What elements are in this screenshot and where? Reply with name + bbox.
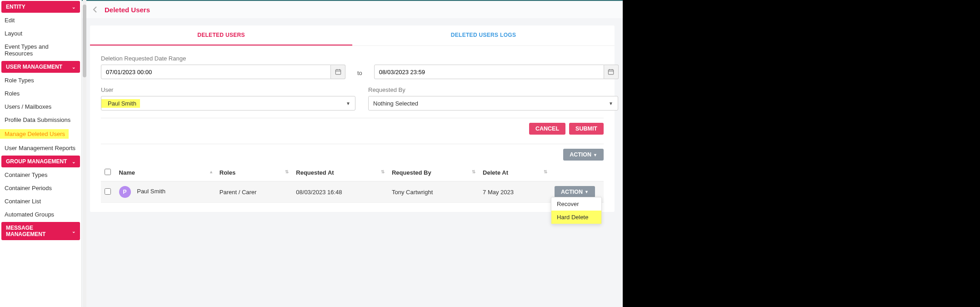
action-label: ACTION: [570, 151, 591, 158]
section-title: GROUP MANAGEMENT: [6, 158, 67, 165]
sidebar-item-event-types[interactable]: Event Types and Resources: [0, 40, 81, 60]
filters: Deletion Requested Date Range to: [90, 46, 615, 111]
col-delete-at[interactable]: Delete At⇅: [479, 164, 551, 181]
deleted-users-table: Name▴ Roles⇅ Requested At⇅ Requested By⇅…: [101, 164, 604, 203]
table-wrapper: Name▴ Roles⇅ Requested At⇅ Requested By⇅…: [90, 164, 615, 212]
section-header-entity[interactable]: ENTITY ⌄: [1, 1, 80, 13]
requested-by-select[interactable]: Nothing Selected ▼: [368, 96, 618, 111]
sidebar-item-container-periods[interactable]: Container Periods: [0, 181, 81, 195]
col-roles[interactable]: Roles⇅: [216, 164, 293, 181]
requested-by-label: Requested By: [368, 86, 618, 93]
scrollbar-thumb[interactable]: [83, 5, 86, 77]
section-header-group-management[interactable]: GROUP MANAGEMENT ⌄: [1, 156, 80, 167]
avatar: P: [119, 186, 131, 198]
sidebar-item-container-types[interactable]: Container Types: [0, 168, 81, 181]
cell-requested-at: 08/03/2023 16:48: [292, 181, 388, 203]
cell-delete-at: 7 May 2023: [479, 181, 551, 203]
sidebar-item-user-mgmt-reports[interactable]: User Management Reports: [0, 141, 81, 155]
col-name[interactable]: Name▴: [115, 164, 216, 181]
chevron-down-icon: ⌄: [72, 65, 75, 70]
date-range-label: Deletion Requested Date Range: [101, 55, 345, 62]
page-title: Deleted Users: [105, 6, 150, 14]
sort-icon: ⇅: [544, 169, 547, 174]
chevron-left-icon: [93, 6, 97, 13]
table-row: P Paul Smith Parent / Carer 08/03/2023 1…: [101, 181, 604, 203]
sidebar: ENTITY ⌄ Edit Layout Event Types and Res…: [0, 0, 82, 307]
back-button[interactable]: [91, 5, 99, 14]
date-from-calendar-button[interactable]: [331, 65, 345, 79]
date-from-input[interactable]: [101, 65, 331, 79]
sidebar-item-edit[interactable]: Edit: [0, 14, 81, 27]
action-label: ACTION: [561, 189, 583, 195]
cell-requested-by: Tony Cartwright: [388, 181, 479, 203]
cell-roles: Parent / Carer: [216, 181, 293, 203]
col-requested-by[interactable]: Requested By⇅: [388, 164, 479, 181]
tab-deleted-users[interactable]: DELETED USERS: [90, 25, 352, 45]
sidebar-item-users-mailboxes[interactable]: Users / Mailboxes: [0, 100, 81, 113]
calendar-icon: [608, 69, 614, 75]
calendar-icon: [335, 69, 341, 75]
sidebar-item-container-list[interactable]: Container List: [0, 195, 81, 208]
caret-down-icon: ▼: [593, 153, 597, 157]
sidebar-item-roles[interactable]: Roles: [0, 87, 81, 100]
bulk-action-button[interactable]: ACTION▼: [563, 149, 604, 161]
date-to-input[interactable]: [374, 65, 604, 79]
sidebar-item-layout[interactable]: Layout: [0, 27, 81, 40]
section-title: ENTITY: [6, 4, 25, 10]
divider: [101, 144, 604, 144]
caret-down-icon: ▼: [585, 190, 589, 194]
row-checkbox[interactable]: [105, 188, 111, 195]
svg-rect-0: [335, 70, 340, 75]
caret-down-icon: ▼: [346, 101, 350, 106]
chevron-down-icon: ⌄: [72, 159, 75, 164]
void-area: [623, 0, 980, 307]
user-selected-chip: Paul Smith: [101, 99, 140, 108]
sort-icon: ▴: [210, 169, 212, 174]
user-label: User: [101, 86, 355, 93]
sort-icon: ⇅: [285, 169, 289, 174]
topbar: Deleted Users: [82, 0, 623, 18]
chevron-down-icon: ⌄: [72, 229, 75, 234]
menu-item-hard-delete[interactable]: Hard Delete: [551, 211, 601, 224]
cell-name: Paul Smith: [137, 188, 165, 195]
submit-button[interactable]: SUBMIT: [569, 123, 604, 135]
menu-item-recover[interactable]: Recover: [551, 197, 601, 211]
section-title: USER MANAGEMENT: [6, 64, 62, 70]
svg-rect-4: [609, 70, 614, 75]
chevron-down-icon: ⌄: [72, 5, 75, 10]
sort-icon: ⇅: [381, 169, 385, 174]
sidebar-scrollbar[interactable]: [83, 0, 86, 307]
cancel-button[interactable]: CANCEL: [529, 123, 565, 135]
section-header-message-management[interactable]: MESSAGE MANAGEMENT ⌄: [1, 222, 80, 240]
user-select[interactable]: Paul Smith ▼: [101, 96, 355, 111]
sidebar-item-role-types[interactable]: Role Types: [0, 74, 81, 87]
content-panel: DELETED USERS DELETED USERS LOGS Deletio…: [90, 25, 615, 212]
section-header-user-management[interactable]: USER MANAGEMENT ⌄: [1, 61, 80, 73]
divider: [101, 118, 604, 118]
section-title: MESSAGE MANAGEMENT: [6, 225, 72, 237]
row-action-button[interactable]: ACTION▼: [555, 186, 595, 198]
caret-down-icon: ▼: [609, 101, 613, 106]
sidebar-item-profile-data[interactable]: Profile Data Submissions: [0, 113, 81, 126]
sidebar-item-manage-deleted-users[interactable]: Manage Deleted Users: [0, 126, 81, 141]
select-all-checkbox[interactable]: [105, 169, 111, 175]
date-to-calendar-button[interactable]: [604, 65, 619, 79]
spacer-label: [374, 55, 619, 62]
to-label: to: [355, 70, 365, 79]
tab-deleted-users-logs[interactable]: DELETED USERS LOGS: [352, 25, 615, 45]
sort-icon: ⇅: [472, 169, 475, 174]
sidebar-item-automated-groups[interactable]: Automated Groups: [0, 208, 81, 221]
form-buttons: CANCEL SUBMIT: [90, 123, 615, 139]
tabs: DELETED USERS DELETED USERS LOGS: [90, 25, 615, 46]
row-action-menu: Recover Hard Delete: [551, 197, 602, 224]
main-content: Deleted Users DELETED USERS DELETED USER…: [82, 0, 623, 307]
requested-by-selected: Nothing Selected: [373, 100, 418, 107]
col-requested-at[interactable]: Requested At⇅: [292, 164, 388, 181]
